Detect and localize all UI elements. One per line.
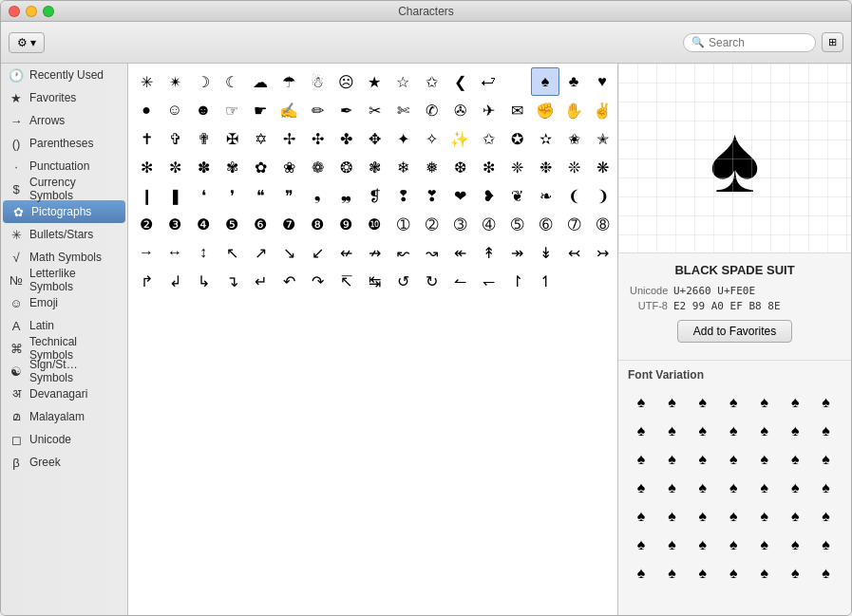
sidebar-item-sign-symbols[interactable]: ☯Sign/St…Symbols	[1, 360, 127, 383]
char-cell[interactable]: ↚	[331, 238, 360, 267]
char-cell[interactable]: ↟	[474, 238, 502, 267]
char-cell[interactable]: ✫	[531, 124, 559, 153]
add-to-favorites-button[interactable]: Add to Favorites	[677, 320, 792, 343]
char-cell[interactable]: ☁	[246, 67, 275, 96]
char-cell[interactable]: ❃	[360, 153, 388, 181]
char-cell[interactable]: ↛	[360, 238, 388, 267]
char-cell[interactable]: ↵	[246, 267, 275, 295]
char-cell[interactable]: ↽	[474, 267, 502, 295]
variation-cell[interactable]: ♠	[690, 532, 716, 558]
variation-cell[interactable]: ♠	[658, 503, 685, 530]
char-cell[interactable]: ✥	[360, 124, 388, 153]
variation-cell[interactable]: ♠	[751, 446, 778, 473]
char-cell[interactable]: ❟	[303, 181, 331, 210]
char-cell[interactable]: ❣	[417, 181, 445, 210]
char-cell[interactable]: ↹	[360, 267, 388, 295]
char-cell[interactable]: ✣	[303, 124, 331, 153]
maximize-button[interactable]	[43, 6, 54, 17]
variation-cell[interactable]: ♠	[813, 446, 840, 473]
sidebar-item-emoji[interactable]: ☺Emoji	[1, 291, 127, 314]
variation-cell[interactable]: ♠	[751, 503, 778, 530]
variation-cell[interactable]: ♠	[751, 560, 778, 587]
char-cell[interactable]: ✊	[531, 96, 559, 124]
variation-cell[interactable]: ♠	[628, 503, 654, 530]
char-cell[interactable]: ❻	[246, 210, 275, 238]
variation-cell[interactable]: ♠	[720, 560, 747, 587]
char-cell[interactable]: ↣	[588, 238, 616, 267]
char-cell[interactable]: ✏	[303, 96, 331, 124]
sidebar-item-punctuation[interactable]: ·Punctuation	[1, 155, 127, 177]
sidebar-item-greek[interactable]: βGreek	[1, 451, 127, 474]
char-cell[interactable]: ☃	[303, 67, 331, 96]
char-cell[interactable]: ✻	[132, 153, 161, 181]
char-cell[interactable]: ❁	[303, 153, 331, 181]
variation-cell[interactable]: ♠	[813, 503, 840, 530]
variation-cell[interactable]: ♠	[658, 532, 685, 558]
sidebar-item-favorites[interactable]: ★Favorites	[1, 86, 127, 109]
char-cell[interactable]: ❿	[360, 210, 388, 238]
variation-cell[interactable]: ♠	[813, 475, 840, 501]
char-cell[interactable]: ✳	[132, 67, 161, 96]
char-cell[interactable]: ↞	[445, 238, 474, 267]
char-cell[interactable]: ✄	[388, 96, 417, 124]
sidebar-item-technical[interactable]: ⌘Technical Symbols	[1, 337, 127, 360]
char-cell[interactable]: ❨	[559, 181, 588, 210]
close-button[interactable]	[9, 6, 20, 17]
variation-cell[interactable]: ♠	[751, 389, 778, 416]
variation-cell[interactable]: ♠	[720, 418, 747, 444]
char-cell[interactable]: ✡	[246, 124, 275, 153]
char-cell[interactable]: ❹	[189, 210, 218, 238]
variation-cell[interactable]: ♠	[813, 418, 840, 444]
char-cell[interactable]: ❊	[559, 153, 588, 181]
char-cell[interactable]: ❾	[331, 210, 360, 238]
char-cell[interactable]: ↳	[189, 267, 218, 295]
sidebar-item-letterlike[interactable]: №Letterlike Symbols	[1, 269, 127, 291]
sidebar-item-pictographs[interactable]: ✿Pictographs	[3, 200, 125, 223]
char-cell[interactable]: ❽	[303, 210, 331, 238]
char-cell[interactable]: ✂	[360, 96, 388, 124]
sidebar-item-devanagari[interactable]: अDevanagari	[1, 383, 127, 405]
char-cell[interactable]: ↺	[388, 267, 417, 295]
variation-cell[interactable]: ♠	[628, 418, 654, 444]
char-cell[interactable]: ↜	[388, 238, 417, 267]
variation-cell[interactable]: ♠	[782, 532, 808, 558]
char-cell[interactable]: ✢	[275, 124, 303, 153]
char-cell[interactable]: ♠	[531, 67, 559, 96]
variation-cell[interactable]: ♠	[782, 503, 808, 530]
variation-cell[interactable]: ♠	[628, 446, 654, 473]
variation-cell[interactable]: ♠	[690, 446, 716, 473]
char-cell[interactable]: ❀	[275, 153, 303, 181]
char-cell[interactable]: ❢	[388, 181, 417, 210]
char-cell[interactable]: ✤	[331, 124, 360, 153]
variation-cell[interactable]: ♠	[690, 475, 716, 501]
char-cell[interactable]: ✌	[588, 96, 616, 124]
char-cell[interactable]: ❂	[331, 153, 360, 181]
char-cell[interactable]: ➂	[445, 210, 474, 238]
char-cell[interactable]: ⮐	[474, 67, 502, 96]
char-cell[interactable]: ♥	[588, 67, 616, 96]
char-cell[interactable]: ➄	[502, 210, 531, 238]
variation-cell[interactable]: ♠	[751, 475, 778, 501]
char-cell[interactable]: ✬	[559, 124, 588, 153]
char-cell[interactable]: ↻	[417, 267, 445, 295]
char-cell[interactable]: ❮	[445, 67, 474, 96]
char-cell[interactable]: ❄	[388, 153, 417, 181]
char-cell[interactable]: ↱	[132, 267, 161, 295]
char-cell[interactable]: ★	[360, 67, 388, 96]
char-cell[interactable]: ➀	[388, 210, 417, 238]
variation-cell[interactable]: ♠	[628, 560, 654, 587]
char-cell[interactable]: ✾	[218, 153, 246, 181]
char-cell[interactable]: ➃	[474, 210, 502, 238]
minimize-button[interactable]	[26, 6, 37, 17]
char-cell[interactable]: ❩	[588, 181, 616, 210]
char-cell[interactable]: ❆	[445, 153, 474, 181]
char-cell[interactable]: ✩	[474, 124, 502, 153]
char-cell[interactable]: ✼	[161, 153, 189, 181]
variation-cell[interactable]: ♠	[690, 418, 716, 444]
char-cell[interactable]: ☛	[246, 96, 275, 124]
char-cell[interactable]: ❝	[246, 181, 275, 210]
char-cell[interactable]: ✦	[388, 124, 417, 153]
sidebar-item-currency[interactable]: $Currency Symbols	[1, 177, 127, 200]
sidebar-item-malayalam[interactable]: മMalayalam	[1, 405, 127, 428]
variation-cell[interactable]: ♠	[813, 560, 840, 587]
